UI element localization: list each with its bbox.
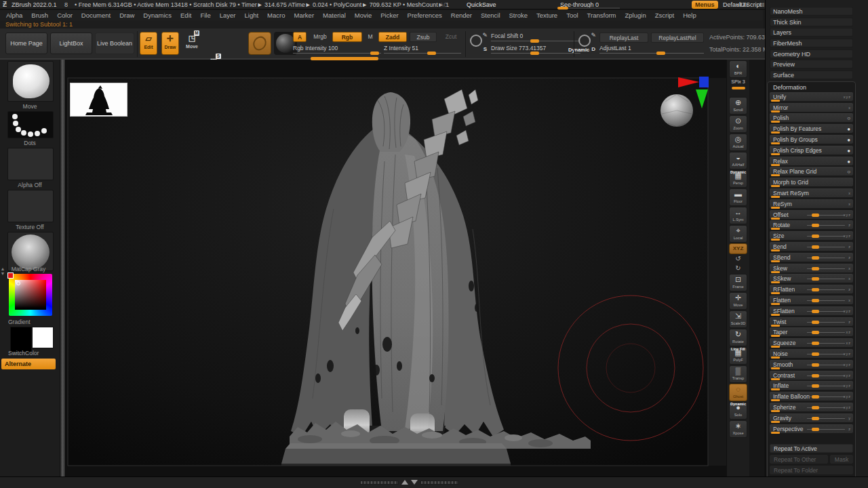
- deformation-row[interactable]: Taper xz: [770, 327, 853, 336]
- rgb-intensity-slider[interactable]: Rgb Intensity 100: [293, 45, 381, 54]
- axis-toggle[interactable]: y: [848, 414, 851, 423]
- switchcolor-button[interactable]: SwitchColor: [0, 350, 54, 357]
- mini-slider[interactable]: [771, 121, 780, 123]
- mode-toggle-icon[interactable]: ●: [847, 146, 850, 155]
- slider-handle[interactable]: [812, 395, 819, 399]
- mode-toggle-icon[interactable]: ○: [847, 167, 850, 176]
- home-page-button[interactable]: Home Page: [5, 33, 47, 54]
- spix-slider[interactable]: [732, 87, 745, 89]
- right-shelf-button[interactable]: XYZ: [729, 243, 747, 254]
- menu-item[interactable]: Color: [56, 10, 74, 20]
- deformation-row[interactable]: Inflate xyz: [770, 381, 853, 390]
- menu-item[interactable]: Document: [80, 10, 112, 20]
- mini-slider[interactable]: [771, 218, 780, 220]
- deformation-row[interactable]: Noise xyz: [770, 349, 853, 358]
- right-shelf-button[interactable]: ⊙ Zoom: [729, 115, 747, 133]
- bottom-divider-hatch[interactable]: [420, 481, 459, 485]
- document-thumbnail[interactable]: [70, 83, 127, 117]
- axis-toggle[interactable]: x: [848, 296, 851, 305]
- axis-toggle[interactable]: xyz: [844, 211, 851, 220]
- mini-slider[interactable]: [771, 153, 780, 155]
- right-shelf-button[interactable]: ↺: [729, 255, 747, 264]
- axis-toggle[interactable]: z: [848, 318, 851, 327]
- menu-item[interactable]: Zscript: [654, 10, 676, 20]
- slider-handle[interactable]: [812, 352, 819, 356]
- right-shelf-button[interactable]: Dynamic ▦ Persp: [729, 170, 747, 188]
- subpalette-button[interactable]: Layers: [770, 28, 853, 37]
- subpalette-button[interactable]: FiberMesh: [770, 39, 853, 47]
- mode-toggle-icon[interactable]: ●: [847, 125, 850, 134]
- replay-last-button[interactable]: ReplayLast: [599, 33, 648, 43]
- lightbox-button[interactable]: LightBox: [50, 33, 92, 54]
- menu-item[interactable]: Picker: [379, 10, 399, 20]
- expand-up-arrow[interactable]: [401, 480, 408, 485]
- right-shelf-button[interactable]: ↻ Rotate: [729, 329, 747, 346]
- menu-item[interactable]: Help: [682, 10, 698, 20]
- right-shelf-button[interactable]: ∗ Xpose: [729, 420, 747, 438]
- current-stroke-thumbnail[interactable]: [7, 111, 54, 138]
- axis-toggle[interactable]: x: [848, 274, 851, 283]
- slider-handle[interactable]: [812, 256, 819, 260]
- slider-handle[interactable]: [812, 406, 819, 409]
- right-shelf-button[interactable]: ◌ Ghost: [729, 384, 747, 401]
- mini-slider[interactable]: [771, 357, 780, 359]
- axis-toggle[interactable]: x: [848, 104, 851, 113]
- axis-toggle[interactable]: xyz: [844, 307, 851, 316]
- alternate-button[interactable]: Alternate: [1, 359, 56, 369]
- quicksave-button[interactable]: QuickSave: [467, 0, 496, 9]
- slider-handle[interactable]: [812, 299, 819, 302]
- subpalette-button[interactable]: NanoMesh: [770, 7, 853, 16]
- axis-toggle[interactable]: x: [848, 189, 851, 198]
- deformation-row[interactable]: Relax ●: [770, 157, 853, 165]
- right-shelf-button[interactable]: ✛ Move: [729, 292, 747, 310]
- axis-toggle[interactable]: xyz: [844, 403, 851, 412]
- slider-handle[interactable]: [812, 288, 819, 291]
- subpalette-button[interactable]: Surface: [770, 70, 853, 79]
- menu-item[interactable]: Light: [243, 10, 260, 20]
- deformation-row[interactable]: Rotate z: [770, 220, 853, 229]
- slider-handle[interactable]: [812, 235, 819, 238]
- deformation-row[interactable]: Mirror x: [770, 103, 853, 112]
- menus-button[interactable]: Menus: [692, 1, 718, 9]
- mini-slider[interactable]: [771, 325, 780, 327]
- menu-item[interactable]: Tool: [565, 10, 579, 20]
- slider-handle[interactable]: [812, 321, 819, 324]
- draw-size-slider[interactable]: Draw Size 773.41357: [491, 45, 580, 54]
- main-color-swatch[interactable]: [10, 327, 32, 352]
- slider-handle[interactable]: [812, 417, 819, 420]
- mini-slider[interactable]: [771, 196, 780, 198]
- repeat-to-folder-button[interactable]: Repeat To Folder: [770, 466, 853, 474]
- axis-toggle[interactable]: x: [848, 264, 851, 273]
- menu-item[interactable]: Render: [450, 10, 473, 20]
- right-shelf-button[interactable]: ◐ BPR: [729, 60, 747, 78]
- menu-item[interactable]: Preferences: [406, 10, 443, 20]
- deformation-row[interactable]: Gravity y: [770, 413, 853, 422]
- deformation-row[interactable]: Offset xyz: [770, 210, 853, 219]
- subpalette-button[interactable]: Thick Skin: [770, 18, 853, 26]
- mini-slider[interactable]: [771, 378, 780, 380]
- stroke-curve-icon[interactable]: ✎ S: [468, 33, 487, 54]
- mini-slider[interactable]: [771, 131, 780, 134]
- tool-preview-sphere[interactable]: [660, 94, 693, 127]
- mini-slider[interactable]: [771, 281, 780, 283]
- mini-slider[interactable]: [771, 260, 780, 262]
- mini-slider[interactable]: [771, 185, 780, 187]
- zcut-toggle[interactable]: Zcut: [439, 32, 462, 42]
- mrgb-toggle[interactable]: Mrgb: [309, 32, 331, 42]
- mini-slider[interactable]: [771, 399, 780, 401]
- menu-item[interactable]: Transform: [586, 10, 618, 20]
- deformation-row[interactable]: Size xyz: [770, 231, 853, 240]
- mode-toggle-icon[interactable]: ●: [847, 157, 850, 166]
- slider-handle[interactable]: [812, 374, 819, 378]
- current-texture-thumbnail[interactable]: [7, 190, 54, 222]
- live-boolean-button[interactable]: Live Boolean: [95, 33, 134, 54]
- deformation-row[interactable]: RFlatten z: [770, 285, 853, 293]
- viewport-canvas[interactable]: [66, 60, 727, 476]
- slider-handle[interactable]: [812, 428, 819, 431]
- deformation-row[interactable]: SSkew x: [770, 274, 853, 283]
- deformation-row[interactable]: Twist z: [770, 317, 853, 326]
- right-shelf-button[interactable]: Dynamic ● Solo: [729, 402, 747, 420]
- deformation-row[interactable]: Contrast xyz: [770, 371, 853, 380]
- deformation-row[interactable]: Perspective z: [770, 424, 853, 433]
- slider-handle[interactable]: [812, 331, 819, 334]
